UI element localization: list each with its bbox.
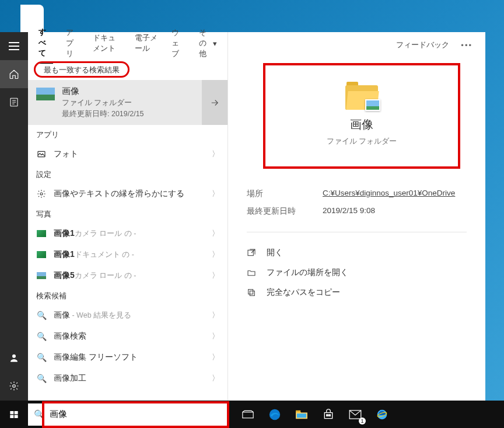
svg-point-2: [13, 385, 16, 388]
store-button[interactable]: [316, 401, 341, 428]
taskbar-icons: 1: [235, 401, 395, 428]
rail-settings-button[interactable]: [0, 372, 28, 400]
chevron-right-icon: 〉: [212, 373, 219, 384]
group-photos-label: 写真: [28, 204, 228, 223]
results-scroll: 最も一致する検索結果 画像 ファイル フォルダー 最終更新日時: 2019/2/…: [28, 58, 228, 401]
chevron-right-icon: 〉: [212, 149, 219, 159]
result-photos-app[interactable]: フォト 〉: [28, 144, 228, 165]
search-results-left-panel: すべて アプリ ドキュメント 電子メール ウェブ その他▾ 最も一致する検索結果…: [28, 32, 228, 401]
result-photo1-camera[interactable]: 画像1カメラ ロール の - 〉: [28, 223, 228, 244]
folder-open-icon: [247, 268, 257, 277]
svg-rect-12: [10, 415, 13, 417]
svg-rect-19: [329, 415, 331, 416]
search-box-wrap: 🔍: [28, 403, 228, 426]
rail-home-button[interactable]: [0, 60, 28, 88]
suggestion-web[interactable]: 🔍 画像 - Web 結果を見る 〉: [28, 305, 228, 326]
start-button[interactable]: [0, 401, 28, 428]
tab-other[interactable]: その他▾: [199, 27, 217, 62]
search-icon: 🔍: [36, 352, 47, 363]
svg-rect-14: [243, 412, 253, 417]
feedback-link[interactable]: フィードバック: [396, 40, 449, 50]
file-explorer-button[interactable]: [289, 401, 314, 428]
group-suggestions-label: 検索候補: [28, 286, 228, 305]
image-thumb-icon: [36, 249, 47, 260]
suggestion-image-search[interactable]: 🔍 画像検索 〉: [28, 326, 228, 347]
mail-button[interactable]: 1: [342, 401, 368, 428]
result-photo5-camera[interactable]: 画像5カメラ ロール の - 〉: [28, 265, 228, 286]
svg-rect-18: [327, 415, 328, 416]
svg-rect-17: [297, 413, 306, 417]
folder-large-icon: [345, 85, 378, 110]
edge-browser-button[interactable]: [262, 401, 288, 428]
meta-updated-value: 2019/2/15 9:08: [323, 206, 375, 217]
result-photo1-doc[interactable]: 画像1ドキュメント の - 〉: [28, 244, 228, 265]
image-thumb-icon: [36, 270, 47, 281]
group-settings-label: 設定: [28, 165, 228, 183]
image-thumb-icon: [36, 228, 47, 239]
svg-rect-13: [15, 415, 18, 417]
meta-location-label: 場所: [247, 189, 299, 199]
tab-documents[interactable]: ドキュメント: [93, 33, 121, 57]
search-box[interactable]: 🔍: [28, 403, 228, 426]
result-scope-tabs: すべて アプリ ドキュメント 電子メール ウェブ その他▾: [28, 32, 228, 58]
search-icon: 🔍: [34, 409, 45, 420]
search-icon: 🔍: [36, 373, 47, 384]
search-icon: 🔍: [36, 331, 47, 342]
tab-email[interactable]: 電子メール: [135, 33, 159, 57]
chevron-down-icon: ▾: [213, 39, 217, 48]
svg-rect-16: [296, 410, 300, 412]
suggestion-image-process[interactable]: 🔍 画像加工 〉: [28, 368, 228, 389]
suggestion-image-edit[interactable]: 🔍 画像編集 フリーソフト 〉: [28, 347, 228, 368]
task-view-button[interactable]: [235, 401, 261, 428]
meta-location-link[interactable]: C:¥Users¥diginnos_user01¥OneDrive: [323, 189, 455, 199]
best-match-type: ファイル フォルダー: [62, 98, 144, 108]
chevron-right-icon: 〉: [212, 228, 219, 239]
rail-documents-button[interactable]: [0, 88, 28, 116]
svg-point-1: [12, 354, 16, 358]
result-label: 画像加工: [54, 373, 205, 384]
cortana-rail: [0, 32, 28, 428]
action-label: 開く: [267, 248, 283, 258]
svg-rect-7: [248, 250, 253, 255]
svg-rect-9: [249, 290, 253, 294]
tab-web[interactable]: ウェブ: [172, 27, 186, 62]
chevron-right-icon: 〉: [212, 189, 219, 199]
photos-app-icon: [36, 149, 47, 159]
action-label: ファイルの場所を開く: [267, 267, 348, 278]
action-open[interactable]: 開く: [247, 243, 467, 263]
svg-rect-11: [15, 411, 18, 414]
search-input[interactable]: [50, 409, 222, 419]
group-apps-label: アプリ: [28, 125, 228, 144]
best-match-expand-button[interactable]: [202, 80, 228, 125]
copy-icon: [247, 288, 257, 297]
preview-actions: 開く ファイルの場所を開く 完全なパスをコピー: [247, 232, 467, 302]
chevron-right-icon: 〉: [212, 352, 219, 363]
hamburger-menu-button[interactable]: [0, 32, 28, 60]
best-match-item[interactable]: 画像 ファイル フォルダー 最終更新日時: 2019/2/15: [28, 80, 228, 125]
result-label: 画像1ドキュメント の -: [54, 249, 205, 260]
best-match-label: 最も一致する検索結果: [44, 65, 120, 74]
action-open-location[interactable]: ファイルの場所を開く: [247, 263, 467, 283]
best-match-updated: 最終更新日時: 2019/2/15: [62, 109, 144, 119]
result-label: 画像 - Web 結果を見る: [54, 310, 205, 321]
rail-account-button[interactable]: [0, 344, 28, 372]
chevron-right-icon: 〉: [212, 249, 219, 260]
result-label: 画像編集 フリーソフト: [54, 352, 205, 363]
folder-thumb-icon: [36, 88, 55, 100]
result-label: フォト: [54, 149, 205, 159]
tab-apps[interactable]: アプリ: [66, 27, 80, 62]
chevron-right-icon: 〉: [212, 270, 219, 281]
more-options-button[interactable]: [461, 41, 473, 50]
result-label: 画像5カメラ ロール の -: [54, 270, 205, 281]
result-label: 画像1カメラ ロール の -: [54, 228, 205, 239]
svg-rect-8: [250, 291, 254, 295]
action-copy-path[interactable]: 完全なパスをコピー: [247, 283, 467, 302]
result-smooth-edges[interactable]: 画像やテキストの縁を滑らかにする 〉: [28, 183, 228, 204]
result-label: 画像やテキストの縁を滑らかにする: [54, 189, 205, 199]
open-icon: [247, 248, 257, 258]
svg-rect-10: [10, 411, 13, 414]
search-preview-panel: フィードバック 画像 ファイル フォルダー 場所 C:¥Users¥diginn…: [228, 32, 485, 401]
ie-browser-button[interactable]: [369, 401, 395, 428]
result-label: 画像検索: [54, 331, 205, 342]
chevron-right-icon: 〉: [212, 310, 219, 321]
